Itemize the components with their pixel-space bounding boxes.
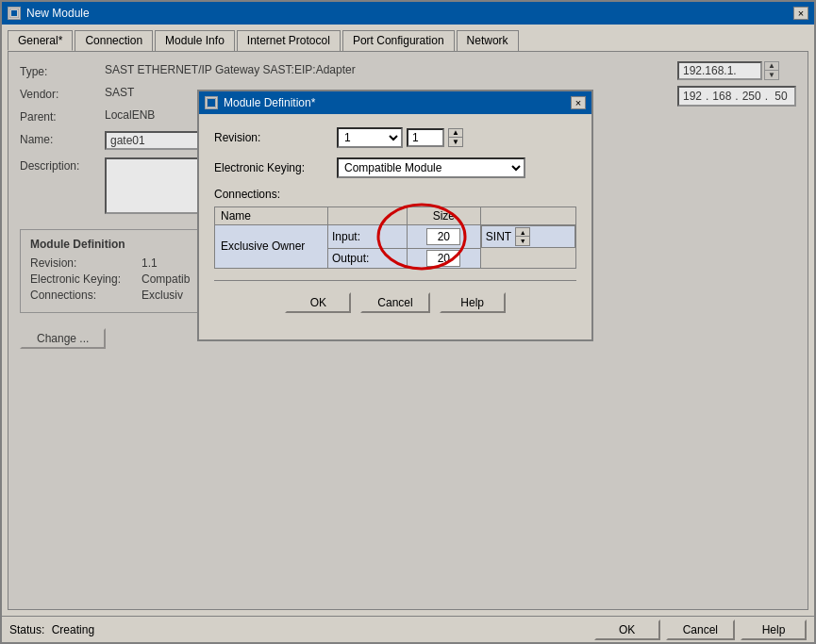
tab-port-configuration[interactable]: Port Configuration [342, 30, 455, 51]
close-button[interactable]: × [793, 7, 808, 20]
row-input-label: Input: [328, 225, 408, 249]
tab-internet-protocol[interactable]: Internet Protocol [237, 30, 341, 51]
tab-bar: General* Connection Module Info Internet… [2, 25, 814, 51]
modal-connections-label: Connections: [214, 188, 576, 201]
main-window: New Module × General* Connection Module … [0, 0, 816, 644]
modal-keying-row: Electronic Keying: Compatible Module Exa… [214, 157, 576, 178]
modal-keying-select[interactable]: Compatible Module Exact Match Disable Ke… [337, 157, 525, 178]
modal-cancel-button[interactable]: Cancel [360, 292, 429, 313]
svg-rect-3 [208, 99, 215, 107]
type-up-arrow[interactable]: ▲ [516, 228, 529, 237]
row-name: Exclusive Owner [221, 239, 305, 253]
modal-ok-button[interactable]: OK [285, 292, 351, 313]
revision-up-arrow[interactable]: ▲ [449, 129, 462, 138]
type-down-arrow[interactable]: ▼ [516, 237, 529, 245]
modal-close-button[interactable]: × [571, 96, 586, 109]
status-ok-button[interactable]: OK [594, 619, 660, 640]
connections-table: Name Size Exclusive Owner [214, 206, 576, 269]
connections-table-container: Name Size Exclusive Owner [214, 206, 576, 269]
output-size-input[interactable] [426, 250, 460, 267]
revision-dropdown[interactable]: 1 [337, 127, 403, 148]
tab-network[interactable]: Network [457, 30, 519, 51]
status-label: Status: [9, 623, 44, 636]
modal-footer: OK Cancel Help [214, 292, 576, 326]
modal-divider [214, 280, 576, 281]
tab-general[interactable]: General* [8, 30, 73, 51]
title-bar: New Module × [2, 2, 814, 25]
row-type-cell: SINT ▲ ▼ [481, 225, 575, 248]
modal-overlay: Module Definition* × Revision: 1 [8, 52, 808, 609]
modal-icon [205, 96, 218, 109]
input-size-input[interactable] [426, 228, 460, 245]
modal-window: Module Definition* × Revision: 1 [197, 90, 593, 341]
col-name-header: Name [215, 207, 328, 225]
revision-down-arrow[interactable]: ▼ [449, 138, 462, 146]
row-output-label: Output: [328, 248, 408, 268]
col-type-header [480, 207, 575, 225]
status-value: Creating [52, 623, 94, 636]
modal-body: Revision: 1 ▲ ▼ [199, 114, 591, 339]
status-help-button[interactable]: Help [741, 619, 807, 640]
status-bar: Status: Creating OK Cancel Help [2, 616, 814, 642]
modal-revision-label: Revision: [214, 131, 337, 144]
modal-title-bar: Module Definition* × [199, 91, 591, 114]
modal-title: Module Definition* [224, 96, 315, 109]
revision-spin-arrows: ▲ ▼ [448, 128, 463, 147]
row-input-size-cell [407, 225, 480, 249]
col-size-label: Size [407, 207, 480, 225]
window-title: New Module [26, 7, 90, 20]
svg-rect-1 [11, 10, 17, 16]
main-content: Type: SAST ETHERNET/IP Gateway SAST:EIP:… [8, 51, 808, 610]
tab-connection[interactable]: Connection [75, 30, 153, 51]
modal-keying-label: Electronic Keying: [214, 161, 337, 174]
table-row[interactable]: Exclusive Owner Input: SI [215, 225, 576, 249]
tab-module-info[interactable]: Module Info [155, 30, 235, 51]
status-buttons: OK Cancel Help [594, 619, 807, 640]
row-type: SINT [486, 230, 511, 243]
row-output-size-cell [407, 248, 480, 268]
window-icon [8, 7, 21, 20]
revision-spin-input[interactable] [407, 128, 444, 147]
status-cancel-button[interactable]: Cancel [666, 619, 735, 640]
modal-help-button[interactable]: Help [440, 292, 506, 313]
revision-spin-container: 1 ▲ ▼ [337, 127, 463, 148]
row-name-cell: Exclusive Owner [215, 225, 328, 269]
status-text: Status: Creating [9, 623, 94, 636]
col-size-header [328, 207, 408, 225]
title-bar-left: New Module [8, 7, 90, 20]
modal-revision-row: Revision: 1 ▲ ▼ [214, 127, 576, 148]
